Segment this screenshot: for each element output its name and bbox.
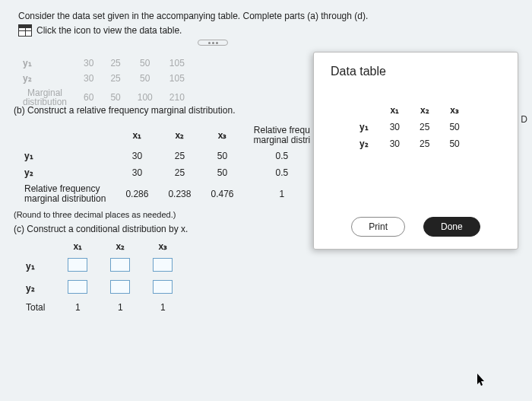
prompt-line-2: Click the icon to view the data table. (36, 25, 182, 36)
row-y1-label: y₁ (15, 56, 74, 70)
popup-title: Data table (331, 65, 504, 78)
table-row-relfreq: Relative frequencymarginal distribution … (15, 182, 319, 205)
drag-handle-icon (198, 40, 228, 46)
cell: 100 (130, 87, 160, 108)
col-x1: x₁ (57, 239, 98, 254)
table-b: x₁ x₂ x₃ Relative frequmarginal distri y… (14, 122, 321, 207)
print-button[interactable]: Print (351, 217, 405, 237)
done-button[interactable]: Done (423, 217, 480, 237)
data-table-popup: Data table x₁ x₂ x₃ y₁ 302550 y₂ 302550 … (313, 52, 518, 250)
table-row: y₁ (15, 256, 183, 276)
cell: 50 (103, 87, 128, 108)
table-row: y₂ 3025500.5 (15, 165, 319, 180)
col-x3: x₃ (142, 239, 183, 254)
cell: 60 (76, 87, 101, 108)
cell: 105 (162, 56, 192, 70)
table-row: y₁ 3025500.5 (15, 148, 319, 164)
col-x2: x₂ (100, 239, 141, 254)
col-x2: x₂ (410, 103, 439, 118)
table-a-blurred: y₁ 30 25 50 105 y₂ 30 25 50 105 Marginal… (14, 47, 194, 110)
cell: 25 (103, 56, 128, 70)
icon-row: Click the icon to view the data table. (18, 24, 518, 37)
col-x3: x₃ (440, 103, 468, 118)
row-y2-label: y₂ (15, 72, 74, 85)
col-x1: x₁ (381, 103, 409, 118)
cursor-icon (477, 374, 486, 387)
prompt-line-1: Consider the data set given in the accom… (18, 11, 518, 21)
col-relfreq: Relative frequmarginal distri (244, 123, 319, 147)
input-c-y1-x3[interactable] (153, 258, 173, 272)
cell: 210 (162, 87, 192, 108)
table-row: y₂ 302550 (350, 136, 469, 151)
col-x3: x₃ (201, 123, 242, 147)
input-c-y1-x2[interactable] (110, 258, 130, 272)
col-x1: x₁ (116, 123, 157, 147)
data-table-icon[interactable] (18, 24, 32, 37)
popup-data-table: x₁ x₂ x₃ y₁ 302550 y₂ 302550 (349, 101, 470, 153)
input-c-y1-x1[interactable] (68, 258, 87, 272)
input-c-y2-x1[interactable] (68, 280, 87, 294)
input-c-y2-x2[interactable] (110, 280, 130, 294)
cell: 30 (76, 72, 101, 85)
table-row: y₁ 302550 (350, 119, 469, 135)
cell: 30 (76, 56, 101, 70)
table-row-total: Total 111 (15, 300, 183, 315)
cell: 50 (130, 72, 160, 85)
cell: 50 (130, 56, 160, 70)
cell: 105 (162, 72, 192, 85)
clipped-char: D (521, 114, 527, 125)
cell: 25 (103, 72, 128, 85)
table-row: y₂ (15, 278, 183, 298)
col-x2: x₂ (159, 123, 200, 147)
input-c-y2-x3[interactable] (153, 280, 173, 294)
table-c: x₁ x₂ x₃ y₁ y₂ Total 111 (14, 237, 185, 317)
marginal-label: Marginal distribution (15, 87, 74, 108)
